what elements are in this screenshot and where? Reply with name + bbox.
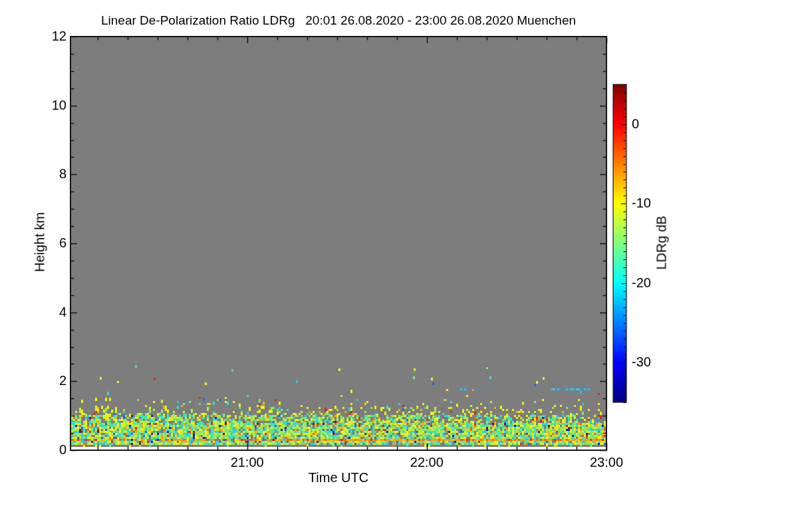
x-tick-label: 23:00 — [580, 455, 633, 470]
colorbar-tick-label: -10 — [632, 196, 672, 211]
chart-title: Linear De-Polarization Ratio LDRg 20:01 … — [70, 13, 606, 28]
x-tick-label: 21:00 — [221, 455, 274, 470]
colorbar-tick-label: -30 — [632, 354, 672, 370]
y-tick-label: 12 — [0, 29, 66, 44]
y-tick-label: 2 — [0, 373, 66, 388]
y-tick-label: 4 — [0, 305, 66, 320]
y-tick-label: 10 — [0, 98, 66, 113]
x-tick-label: 22:00 — [400, 455, 454, 470]
colorbar-label: LDRg dB — [654, 215, 670, 269]
heatmap-canvas — [0, 0, 798, 532]
x-axis-label: Time UTC — [70, 470, 606, 485]
colorbar-tick-label: -20 — [632, 275, 672, 291]
y-tick-label: 6 — [0, 235, 66, 251]
colorbar-tick-label: 0 — [632, 116, 672, 132]
y-tick-label: 8 — [0, 166, 66, 182]
y-tick-label: 0 — [0, 442, 66, 458]
figure: Linear De-Polarization Ratio LDRg 20:01 … — [0, 0, 798, 532]
